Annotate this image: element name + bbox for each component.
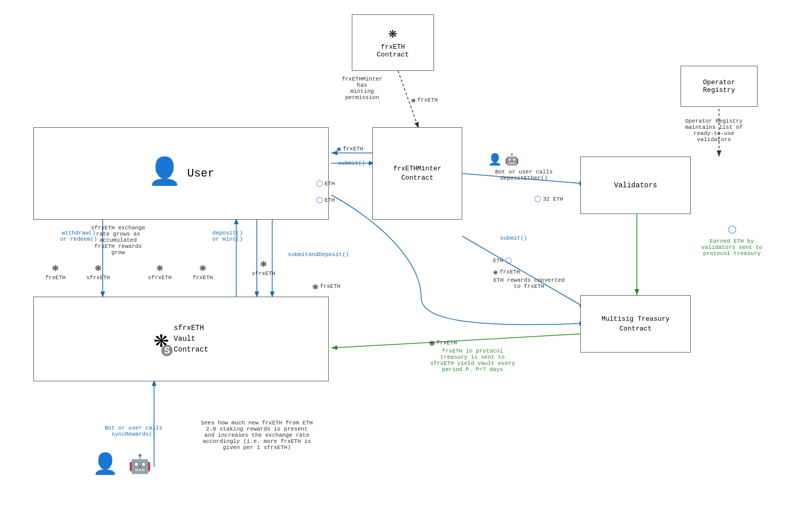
frxeth-arrow-label-top: ❋ frxETH	[336, 144, 363, 154]
validators-label: Validators	[614, 181, 657, 189]
operator-registry-label: Operator Registry	[703, 79, 735, 94]
multisig-treasury-box: Multisig TreasuryContract	[580, 295, 691, 353]
sees-desc: Sees how much new frxETH from ETH 2.0 st…	[175, 420, 339, 451]
sfrxeth-token-2: ❋ sfrxETH	[148, 261, 172, 281]
frxeth-icon: ❋	[389, 27, 398, 41]
frxeth-token-deposit: ❋ frxETH	[193, 261, 213, 281]
frxeth-treasury-label: frxETH in protocol treasury is sent to s…	[421, 348, 524, 373]
svg-line-16	[331, 334, 586, 348]
eth-label-2: ⬡ ETH	[316, 195, 335, 205]
frxethminter-box: frxETHMinterContract	[372, 127, 462, 220]
eth32-label: ⬡ 32 ETH	[534, 194, 563, 204]
submit-and-deposit-label: submitAndDeposit()	[288, 251, 349, 258]
frxeth-token-treasury: ❋ frxETH	[429, 336, 457, 349]
earned-eth-label: ⬡ Earned ETH by validators sent to proto…	[691, 223, 773, 257]
frxeth-token-minting: ❋ frxETH	[411, 95, 452, 105]
submit-label: submit()	[338, 160, 365, 166]
minting-permission-label: frxETHMinter has minting permission	[329, 76, 395, 101]
eth-frxeth-conversion: ETH ⬡ ❋ frxETH	[493, 256, 520, 277]
validators-box: Validators	[580, 157, 691, 214]
user-icon: 👤	[148, 160, 181, 187]
bot-deposit-label: 👤 🤖 Bot or user calls depositEther()	[488, 153, 560, 181]
sfrxeth-token-submit: ❋ sfrxETH	[252, 257, 275, 277]
bot-sync-label: Bot or user calls syncRewards()	[95, 425, 172, 437]
frxeth-contract-box: ❋ frxETH Contract	[352, 14, 434, 71]
deposit-mint-label: deposit() or mint()	[199, 230, 256, 242]
submit2-label: submit()	[493, 235, 534, 241]
sfrxeth-vault-label: sfrxETHVaultContract	[174, 323, 208, 355]
operator-registry-desc: Operator Registry maintains list of read…	[663, 118, 765, 143]
eth-rewards-label: ETH rewards converted to frxETH	[490, 277, 568, 289]
user-label: User	[187, 167, 215, 180]
diagram-canvas: ❋ frxETH Contract Operator Registry Oper…	[0, 0, 812, 505]
operator-registry-box: Operator Registry	[681, 66, 758, 107]
bottom-icons: 👤 🤖	[92, 452, 152, 477]
sfrxeth-vault-box: ❋ S sfrxETHVaultContract	[33, 297, 329, 381]
withdraw-redeem-label: withdraw() or redeem()	[55, 230, 102, 242]
frxeth-token-sad: ❋ frxETH	[312, 280, 341, 293]
multisig-treasury-label: Multisig TreasuryContract	[601, 314, 670, 334]
sfrxeth-token-1: ❋ sfrxETH	[86, 261, 110, 281]
frxeth-token-bl: ❋ frxETH	[45, 261, 66, 281]
frxethminter-label: frxETHMinterContract	[393, 164, 442, 183]
svg-line-14	[462, 236, 586, 308]
frxeth-contract-label: frxETH Contract	[377, 43, 409, 59]
user-box: 👤 User	[33, 127, 329, 220]
eth-label-1: ⬡ ETH	[316, 179, 335, 189]
